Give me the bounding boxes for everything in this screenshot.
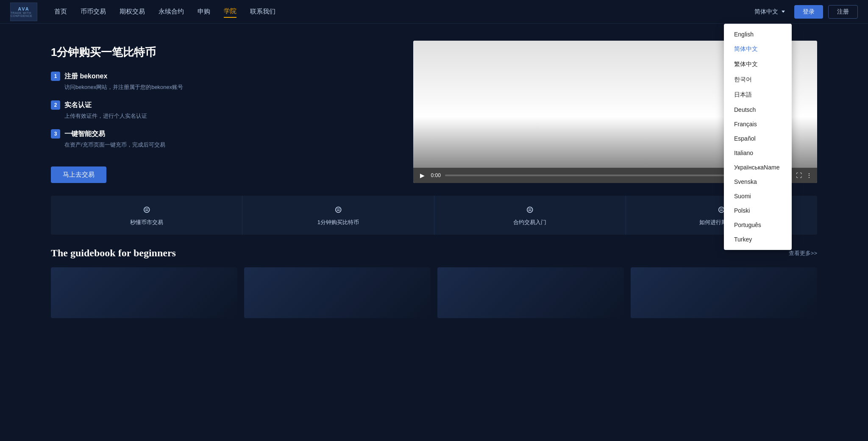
lang-spanish[interactable]: Español (724, 131, 792, 146)
tab-spot-label: 秒懂币市交易 (130, 219, 163, 226)
step-2-title: 实名认证 (64, 101, 92, 110)
nav-ipo[interactable]: 申购 (198, 6, 210, 17)
step-3-title: 一键智能交易 (64, 130, 105, 139)
card-4[interactable] (631, 267, 817, 318)
nav-academy[interactable]: 学院 (224, 6, 236, 18)
step-3-header: 3 一键智能交易 (51, 129, 388, 139)
guidebook-header: The guidebook for beginners 查看更多>> (51, 247, 817, 259)
lang-italian[interactable]: Italiano (724, 146, 792, 160)
tabs-row: ⊜ 秒懂币市交易 ⊜ 1分钟购买比特币 ⊜ 合约交易入门 ⊜ 如何进行期权交易 (51, 196, 817, 235)
play-button[interactable]: ▶ (418, 171, 427, 180)
card-4-image (631, 267, 817, 318)
tabs-section: ⊜ 秒懂币市交易 ⊜ 1分钟购买比特币 ⊜ 合约交易入门 ⊜ 如何进行期权交易 (51, 196, 817, 235)
video-time: 0:00 (431, 172, 441, 178)
lang-finnish[interactable]: Suomi (724, 189, 792, 203)
card-1-image (51, 267, 237, 318)
language-dropdown: English 简体中文 繁体中文 한국어 日本語 Deutsch França… (724, 24, 792, 250)
fullscreen-icon[interactable]: ⛶ (796, 172, 802, 179)
step-1-header: 1 注册 bekonex (51, 72, 388, 81)
step-1: 1 注册 bekonex 访问bekonex网站，并注册属于您的bekonex账… (51, 72, 388, 91)
step-3-badge: 3 (51, 129, 60, 139)
login-button[interactable]: 登录 (794, 5, 823, 19)
page-title: 1分钟购买一笔比特币 (51, 45, 388, 60)
step-1-title: 注册 bekonex (64, 72, 107, 81)
step-1-desc: 访问bekonex网站，并注册属于您的bekonex账号 (64, 83, 388, 91)
cards-row (51, 267, 817, 318)
lang-simplified-chinese[interactable]: 简体中文 (724, 42, 792, 57)
card-1[interactable] (51, 267, 237, 318)
lang-japanese[interactable]: 日本語 (724, 87, 792, 103)
tab-spot-icon: ⊜ (143, 204, 150, 215)
trade-now-button[interactable]: 马上去交易 (51, 166, 106, 183)
chevron-down-icon (782, 11, 785, 13)
nav-menu: 首页 币币交易 期权交易 永续合约 申购 学院 联系我们 (54, 6, 750, 18)
video-menu-icon[interactable]: ⋮ (806, 172, 812, 179)
lang-turkish[interactable]: Turkey (724, 232, 792, 247)
step-2-badge: 2 (51, 100, 60, 110)
step-2-desc: 上传有效证件，进行个人实名认证 (64, 112, 388, 120)
lang-english[interactable]: English (724, 27, 792, 42)
step-1-badge: 1 (51, 72, 60, 81)
logo-box: AVA TRADE WITH CONFIDENCE (10, 3, 37, 21)
lang-portuguese[interactable]: Português (724, 218, 792, 232)
guidebook-section: The guidebook for beginners 查看更多>> (51, 247, 817, 318)
current-language: 简体中文 (754, 8, 778, 16)
tab-contract-label: 合约交易入门 (513, 219, 546, 226)
step-3-desc: 在资产/充币页面一键充币，完成后可交易 (64, 141, 388, 149)
header-right: 简体中文 登录 注册 (750, 5, 858, 19)
tab-bitcoin-icon: ⊜ (334, 204, 342, 215)
logo-trade: TRADE WITH CONFIDENCE (11, 11, 37, 17)
step-2-header: 2 实名认证 (51, 100, 388, 110)
lang-swedish[interactable]: Svenska (724, 175, 792, 189)
nav-perpetual[interactable]: 永续合约 (159, 6, 184, 17)
card-3-image (437, 267, 624, 318)
guidebook-title: The guidebook for beginners (51, 247, 176, 259)
lang-korean[interactable]: 한국어 (724, 72, 792, 87)
card-2-image (244, 267, 431, 318)
lang-polish[interactable]: Polski (724, 203, 792, 218)
nav-options[interactable]: 期权交易 (120, 6, 145, 17)
nav-home[interactable]: 首页 (54, 6, 67, 17)
tab-spot-trading[interactable]: ⊜ 秒懂币市交易 (51, 196, 242, 235)
lang-french[interactable]: Français (724, 117, 792, 131)
language-selector[interactable]: 简体中文 (750, 6, 789, 18)
logo-area[interactable]: AVA TRADE WITH CONFIDENCE (10, 3, 37, 21)
lang-german[interactable]: Deutsch (724, 103, 792, 117)
lang-traditional-chinese[interactable]: 繁体中文 (724, 57, 792, 72)
card-3[interactable] (437, 267, 624, 318)
content-left: 1分钟购买一笔比特币 1 注册 bekonex 访问bekonex网站，并注册属… (51, 41, 388, 183)
nav-contact[interactable]: 联系我们 (250, 6, 275, 17)
lang-ukrainian[interactable]: УкраїнськаName (724, 160, 792, 175)
nav-spot[interactable]: 币币交易 (81, 6, 106, 17)
tab-contract-icon: ⊜ (526, 204, 534, 215)
step-3: 3 一键智能交易 在资产/充币页面一键充币，完成后可交易 (51, 129, 388, 149)
logo-ava: AVA (18, 6, 30, 11)
tab-contract[interactable]: ⊜ 合约交易入门 (434, 196, 626, 235)
card-2[interactable] (244, 267, 431, 318)
see-more-link[interactable]: 查看更多>> (789, 250, 817, 257)
tab-bitcoin-label: 1分钟购买比特币 (317, 219, 359, 226)
register-button[interactable]: 注册 (828, 5, 858, 19)
header: AVA TRADE WITH CONFIDENCE 首页 币币交易 期权交易 永… (0, 0, 868, 24)
tab-buy-bitcoin[interactable]: ⊜ 1分钟购买比特币 (242, 196, 434, 235)
step-2: 2 实名认证 上传有效证件，进行个人实名认证 (51, 100, 388, 120)
